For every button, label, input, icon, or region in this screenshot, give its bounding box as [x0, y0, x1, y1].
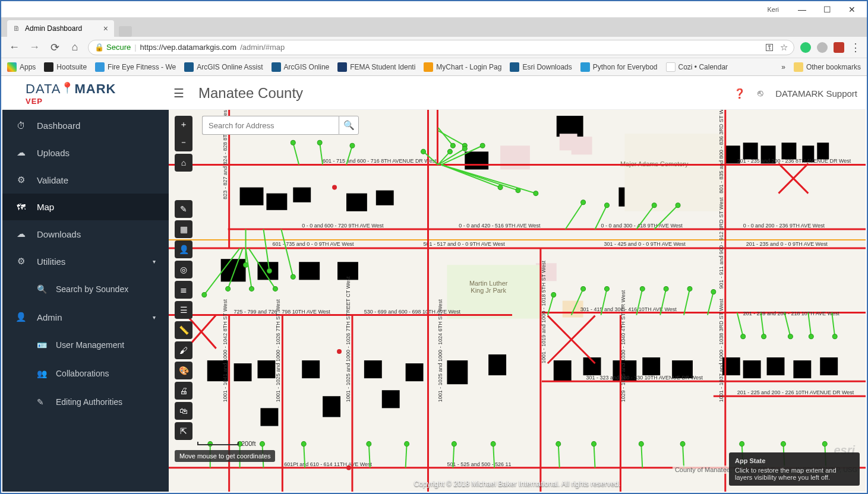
chrome-menu-icon[interactable]: ⋮: [850, 41, 861, 54]
locate-button[interactable]: ◎: [175, 261, 192, 278]
map-canvas[interactable]: Major Adams Cemetery Martin LutherKing J…: [169, 110, 866, 492]
svg-rect-4: [376, 191, 394, 205]
other-bookmarks[interactable]: Other bookmarks: [794, 62, 861, 72]
svg-point-104: [250, 286, 254, 291]
edit-tool-button[interactable]: ✎: [175, 200, 192, 218]
legend-button[interactable]: ☰: [175, 301, 192, 319]
bookmark-item[interactable]: Hootsuite: [44, 62, 87, 72]
svg-text:901 - 911 and 900 - 912 3RD ST: 901 - 911 and 900 - 912 3RD ST West: [718, 197, 724, 289]
sidebar-toggle-icon[interactable]: ☰: [173, 86, 184, 100]
svg-point-188: [740, 442, 744, 446]
svg-rect-0: [240, 188, 264, 205]
pdf-extension-icon[interactable]: [834, 42, 844, 53]
new-tab-button[interactable]: [119, 26, 132, 37]
app-state-title: App State: [735, 457, 854, 464]
svg-point-168: [260, 442, 264, 446]
sidebar-item-map[interactable]: 🗺Map: [2, 194, 169, 220]
extension-icon[interactable]: [817, 42, 828, 53]
sidebar-item-validate[interactable]: ⚙Validate: [2, 166, 169, 194]
address-bar[interactable]: 🔒 Secure | https://vep.datamarkgis.com/a…: [88, 40, 794, 55]
window-minimize-button[interactable]: —: [790, 2, 815, 17]
bookmarks-bar: Apps Hootsuite Fire Eye Fitness - We Arc…: [1, 58, 867, 76]
sidebar-sub-editing-authorities[interactable]: ✎Editing Authorities: [2, 388, 169, 416]
svg-line-107: [293, 142, 299, 164]
bookmark-item[interactable]: Fire Eye Fitness - We: [95, 62, 176, 72]
svg-line-181: [594, 444, 595, 468]
sidebar-item-admin[interactable]: 👤Admin▾: [2, 303, 169, 331]
map-icon: 🗺: [15, 202, 26, 212]
svg-text:1001 - 1025 and 1000 - 1024 6T: 1001 - 1025 and 1000 - 1024 6TH ST West: [437, 299, 443, 402]
bookmark-item[interactable]: Cozi • Calendar: [666, 62, 728, 72]
window-maximize-button[interactable]: ☐: [815, 2, 839, 17]
sidebar-item-downloads[interactable]: ☁Downloads: [2, 220, 169, 248]
svg-point-158: [788, 334, 793, 339]
svg-line-183: [641, 444, 642, 468]
star-icon[interactable]: ☆: [780, 42, 788, 53]
sidebar-item-utilities[interactable]: ⚙Utilities▾: [2, 248, 169, 275]
app-logo: DATA📍MARK VEP: [11, 81, 165, 106]
svg-rect-27: [382, 390, 400, 408]
users-icon: 👥: [37, 369, 48, 378]
back-button[interactable]: ←: [7, 41, 21, 53]
svg-point-202: [346, 466, 351, 470]
apps-shortcut[interactable]: Apps: [7, 62, 36, 72]
svg-rect-26: [364, 360, 382, 378]
svg-rect-41: [743, 360, 761, 378]
bookmark-item[interactable]: Python for Everybod: [580, 62, 658, 72]
tab-close-icon[interactable]: ×: [103, 24, 108, 33]
address-search-input[interactable]: [202, 116, 339, 135]
extension-icon[interactable]: [800, 42, 811, 53]
app-state-panel[interactable]: App State Click to restore the map exten…: [729, 452, 860, 486]
sidebar-item-uploads[interactable]: ☁Uploads: [2, 139, 169, 166]
search-button[interactable]: 🔍: [339, 116, 359, 135]
add-point-button[interactable]: 👤: [175, 240, 192, 258]
reload-button[interactable]: ⟳: [48, 41, 62, 54]
palette-button[interactable]: 🎨: [175, 362, 192, 379]
svg-rect-15: [817, 142, 829, 159]
svg-point-148: [664, 286, 668, 291]
user-icon: 👤: [15, 312, 26, 322]
print-button[interactable]: 🖨: [175, 382, 192, 400]
zoom-out-button[interactable]: －: [175, 134, 192, 151]
sidebar-sub-user-management[interactable]: 🪪User Management: [2, 331, 169, 359]
bookmarks-overflow[interactable]: »: [781, 63, 785, 71]
layers-button[interactable]: ≣: [175, 281, 192, 299]
signout-icon[interactable]: ⎋: [757, 88, 763, 99]
bookmark-item[interactable]: Esri Downloads: [510, 62, 572, 72]
svg-text:1001 - 1025 and 1000 - 1026 7T: 1001 - 1025 and 1000 - 1026 7TH STREET C…: [345, 276, 351, 402]
svg-point-122: [462, 146, 467, 151]
map-search: 🔍: [202, 116, 359, 135]
bookmark-item[interactable]: ArcGIS Online: [272, 62, 330, 72]
draw-button[interactable]: 🖌: [175, 341, 192, 359]
coordinates-button[interactable]: ⇱: [175, 422, 192, 440]
svg-line-109: [320, 142, 323, 164]
zoom-in-button[interactable]: ＋: [175, 116, 192, 134]
export-button[interactable]: 🛍: [175, 402, 192, 420]
svg-point-136: [652, 203, 656, 208]
sidebar-item-dashboard[interactable]: ⏱Dashboard: [2, 112, 169, 139]
svg-text:1001 - 1037 and 1000 - 1038 3R: 1001 - 1037 and 1000 - 1038 3RD ST West: [718, 299, 724, 402]
svg-point-130: [534, 191, 538, 196]
svg-point-102: [226, 286, 231, 291]
sidebar-sub-search-soundex[interactable]: 🔍Search by Soundex: [2, 275, 169, 303]
window-close-button[interactable]: ✕: [839, 2, 864, 17]
measure-button[interactable]: 📏: [175, 321, 192, 339]
basemap-button[interactable]: ▦: [175, 220, 192, 238]
home-button[interactable]: ⌂: [68, 41, 82, 53]
sidebar: ⏱Dashboard ☁Uploads ⚙Validate 🗺Map ☁Down…: [2, 110, 169, 492]
svg-rect-29: [447, 360, 468, 384]
forward-button[interactable]: →: [27, 41, 42, 53]
svg-point-154: [741, 334, 746, 339]
key-icon[interactable]: ⚿: [765, 42, 774, 52]
sidebar-sub-collaborations[interactable]: 👥Collaborations: [2, 359, 169, 388]
help-icon[interactable]: ❓: [734, 88, 746, 99]
svg-text:201 - 235 and 200 - 236 8TH AV: 201 - 235 and 200 - 236 8TH AVENUE DR We…: [737, 158, 851, 164]
svg-line-149: [684, 289, 690, 315]
bookmark-item[interactable]: MyChart - Login Pag: [424, 62, 501, 72]
support-link[interactable]: DATAMARK Support: [775, 88, 857, 99]
bookmark-item[interactable]: ArcGIS Online Assist: [184, 62, 263, 72]
home-extent-button[interactable]: ⌂: [175, 154, 192, 172]
browser-tab[interactable]: 🗎 Admin Dashboard ×: [7, 20, 114, 37]
svg-rect-37: [642, 357, 660, 375]
bookmark-item[interactable]: FEMA Student Identi: [337, 62, 415, 72]
